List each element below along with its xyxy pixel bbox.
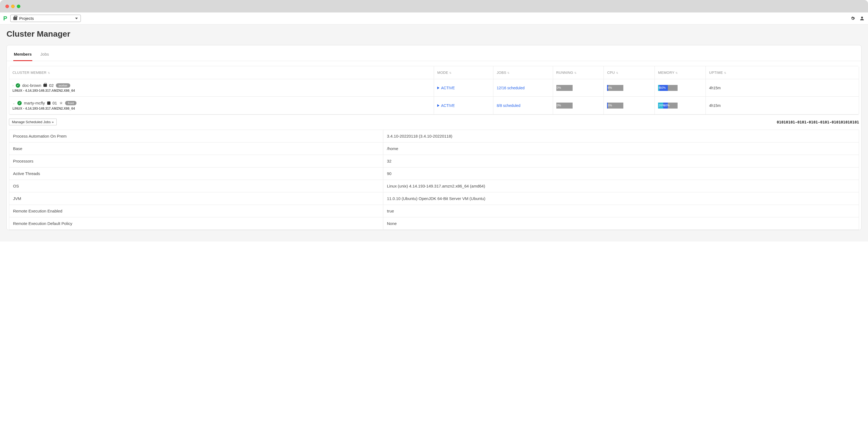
window-titlebar — [0, 0, 868, 12]
page-body: Cluster Manager Members Jobs CLUSTER MEM… — [0, 24, 868, 242]
projects-dropdown-label: Projects — [19, 16, 34, 21]
details-key: Base — [9, 143, 383, 155]
details-row: Remote Execution Enabledtrue — [9, 205, 859, 217]
details-row: Processors32 — [9, 155, 859, 167]
tabs: Members Jobs — [7, 49, 861, 61]
play-icon — [437, 104, 439, 107]
running-bar: 0% — [556, 85, 572, 91]
sort-icon: ⇅ — [574, 71, 577, 74]
projects-dropdown[interactable]: Projects — [10, 14, 81, 22]
cpu-bar: 5% — [607, 102, 623, 109]
uptime-cell: 4h15m — [706, 97, 859, 115]
tab-members[interactable]: Members — [13, 49, 32, 61]
page-title: Cluster Manager — [0, 24, 868, 45]
member-os-line: LINUX - 4.14.193-149.317.AMZN2.X86_64 — [12, 106, 431, 111]
details-row: Base/home — [9, 143, 859, 155]
details-key: Remote Execution Enabled — [9, 205, 383, 217]
app-logo: P — [3, 15, 7, 22]
details-value: Linux (unix) 4.14.193-149.317.amzn2.x86_… — [383, 180, 859, 192]
sort-icon: ⇅ — [724, 71, 726, 74]
cpu-bar: 6% — [607, 85, 623, 91]
member-number: 01 — [53, 101, 57, 105]
details-row: OSLinux (unix) 4.14.193-149.317.amzn2.x8… — [9, 180, 859, 192]
mode-link[interactable]: ACTIVE — [437, 103, 490, 108]
members-table: CLUSTER MEMBER⇅ MODE⇅ JOBS⇅ RUNNING⇅ CPU… — [9, 66, 859, 115]
details-value: true — [383, 205, 859, 217]
table-row: ⌄marty-mcfly01★frontLINUX - 4.14.193-149… — [9, 97, 859, 115]
details-row: Process Automation On Prem3.4.10-2022011… — [9, 130, 859, 143]
member-name: doc-brown — [22, 83, 41, 88]
below-table-row: Manage Scheduled Jobs » 01010101-0101-01… — [7, 115, 861, 128]
memory-bar: 650% — [658, 85, 678, 91]
col-header-member[interactable]: CLUSTER MEMBER⇅ — [9, 66, 434, 79]
role-badge: worker — [56, 83, 70, 88]
close-window-icon[interactable] — [5, 5, 9, 8]
col-header-uptime[interactable]: UPTIME⇅ — [706, 66, 859, 79]
details-row: JVM11.0.10 (Ubuntu) OpenJDK 64-Bit Serve… — [9, 192, 859, 205]
user-icon[interactable] — [859, 16, 865, 21]
details-key: Process Automation On Prem — [9, 130, 383, 143]
status-ok-icon — [16, 83, 20, 88]
minimize-window-icon[interactable] — [11, 5, 14, 8]
details-row: Remote Execution Default PolicyNone — [9, 217, 859, 230]
uptime-cell: 4h15m — [706, 79, 859, 97]
details-value: 32 — [383, 155, 859, 167]
briefcase-icon — [13, 17, 17, 20]
details-table: Process Automation On Prem3.4.10-2022011… — [9, 130, 859, 230]
chevron-down-icon — [75, 18, 78, 19]
play-icon — [437, 87, 439, 89]
details-value: None — [383, 217, 859, 230]
chevron-down-icon[interactable]: ⌄ — [12, 101, 15, 105]
col-header-memory[interactable]: MEMORY⇅ — [655, 66, 706, 79]
gear-icon[interactable] — [850, 16, 856, 21]
jobs-link[interactable]: 12/16 scheduled — [497, 86, 525, 90]
details-value: 3.4.10-20220118 (3.4.10-20220118) — [383, 130, 859, 143]
col-header-running[interactable]: RUNNING⇅ — [553, 66, 604, 79]
col-header-cpu[interactable]: CPU⇅ — [604, 66, 655, 79]
details-key: Active Threads — [9, 167, 383, 180]
status-ok-icon — [18, 101, 22, 105]
details-key: OS — [9, 180, 383, 192]
sort-icon: ⇅ — [48, 71, 50, 74]
briefcase-icon — [43, 84, 47, 87]
details-row: Active Threads90 — [9, 167, 859, 180]
sort-icon: ⇅ — [449, 71, 452, 74]
square-icon — [47, 101, 51, 105]
role-badge: front — [65, 101, 76, 105]
member-number: 02 — [49, 83, 54, 88]
col-header-mode[interactable]: MODE⇅ — [434, 66, 493, 79]
member-name: marty-mcfly — [24, 101, 45, 105]
col-header-jobs[interactable]: JOBS⇅ — [493, 66, 553, 79]
table-row: ›doc-brown02workerLINUX - 4.14.193-149.3… — [9, 79, 859, 97]
tab-jobs[interactable]: Jobs — [40, 49, 50, 61]
cluster-card: Members Jobs CLUSTER MEMBER⇅ MODE⇅ JOBS⇅… — [6, 45, 862, 230]
chevron-right-icon[interactable]: › — [12, 84, 13, 87]
manage-scheduled-jobs-button[interactable]: Manage Scheduled Jobs » — [9, 119, 57, 125]
app-topbar: P Projects — [0, 12, 868, 24]
details-key: Remote Execution Default Policy — [9, 217, 383, 230]
details-key: JVM — [9, 192, 383, 205]
sort-icon: ⇅ — [675, 71, 678, 74]
details-value: 11.0.10 (Ubuntu) OpenJDK 64-Bit Server V… — [383, 192, 859, 205]
sort-icon: ⇅ — [507, 71, 509, 74]
details-key: Processors — [9, 155, 383, 167]
memory-bar: 26%50% — [658, 102, 678, 109]
mode-link[interactable]: ACTIVE — [437, 86, 490, 90]
details-value: 90 — [383, 167, 859, 180]
cluster-uuid: 01010101-0101-0101-0101-010101010101 — [777, 120, 859, 124]
jobs-link[interactable]: 8/8 scheduled — [497, 103, 520, 108]
details-value: /home — [383, 143, 859, 155]
member-os-line: LINUX - 4.14.193-149.317.AMZN2.X86_64 — [12, 89, 431, 93]
star-icon: ★ — [59, 100, 63, 105]
maximize-window-icon[interactable] — [17, 5, 20, 8]
sort-icon: ⇅ — [616, 71, 618, 74]
running-bar: 0% — [556, 102, 572, 109]
